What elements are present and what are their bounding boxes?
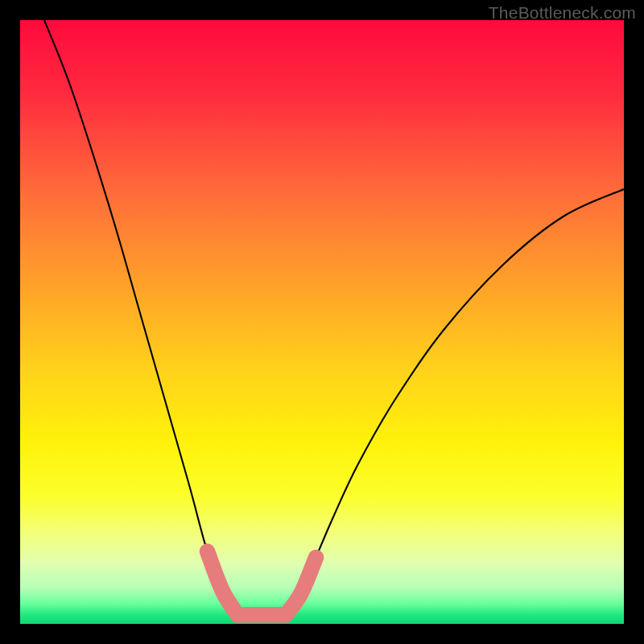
series-bottleneck-curve xyxy=(44,20,624,618)
plot-area xyxy=(20,20,624,624)
chart-frame: TheBottleneck.com xyxy=(0,0,644,644)
series-highlight-left xyxy=(208,551,238,615)
curve-layer xyxy=(20,20,624,624)
series-highlight-right xyxy=(286,558,316,615)
